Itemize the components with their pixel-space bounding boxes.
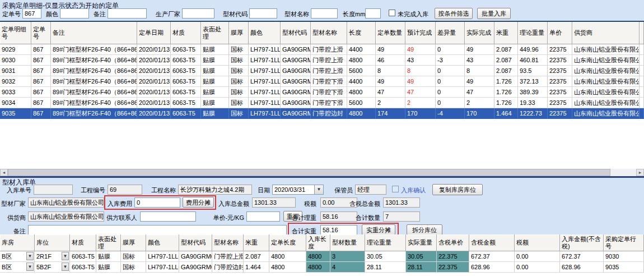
column-header[interactable]: 米重 [494,22,518,44]
column-header[interactable]: 定单明细号 [0,22,31,44]
table-cell[interactable]: 49 [405,76,436,87]
table-cell[interactable]: GA90GRM04 [281,87,311,98]
column-header[interactable]: 米重 [244,234,269,251]
table-cell[interactable] [640,98,644,108]
unfinished-checkbox[interactable] [389,10,395,16]
table-cell[interactable]: 170 [405,108,436,119]
column-header[interactable]: 理论重量 [518,22,548,44]
column-header[interactable]: 供货商 [572,22,640,44]
theory-weight-field[interactable]: 58.16 [320,211,357,222]
chevron-down-icon[interactable]: ▼ [62,252,69,260]
table-cell[interactable]: 门带腔下滑 [311,98,347,108]
table-cell[interactable]: 山东南山铝业股份有限公司 [572,98,640,108]
table-cell[interactable]: 1.464 [494,108,518,119]
column-header[interactable]: 定单日期 [137,22,171,44]
table-cell[interactable]: 4400 [347,76,376,87]
table-cell[interactable]: 372.13 [518,76,548,87]
actual-weight-input[interactable]: 58.16 [320,225,357,235]
table-cell[interactable]: 389.39 [518,87,548,98]
table-cell[interactable] [640,76,644,87]
table-cell[interactable]: GA90GRM05 [179,262,212,273]
table-cell[interactable]: 贴膜 [96,251,121,262]
table-cell[interactable]: -4 [436,108,465,119]
table-cell[interactable]: LH797-1LL0 [146,262,179,273]
table-cell[interactable]: 门带腔边封 [311,108,347,119]
fee-allocate-button[interactable]: 费用分摊 [183,197,214,208]
table-cell[interactable]: 1.726 [494,98,518,108]
table-cell[interactable]: 山东南山铝业股份有限公司 [572,87,640,98]
factory-field[interactable]: 山东南山铝业股份有限公司 [28,197,104,208]
table-cell[interactable]: LH797-1LL0 [249,98,281,108]
length-filter-input[interactable] [365,8,381,19]
table-cell[interactable]: 1.464 [244,262,269,273]
column-header[interactable]: 膜厚 [121,234,146,251]
calendar-dropdown-icon[interactable]: ▼ [314,185,323,194]
table-cell[interactable]: 国标 [229,87,249,98]
table-cell[interactable]: GA90GRM04 [281,98,311,108]
table-cell[interactable]: 门带腔边封 [212,262,244,273]
column-header[interactable]: 长度 [347,22,376,44]
table-cell[interactable]: 国标 [229,44,249,55]
column-header[interactable]: 型材代码 [281,22,311,44]
chevron-down-icon[interactable]: ▼ [26,252,34,260]
table-cell[interactable]: 30.05 [365,251,406,262]
table-cell[interactable]: 867 [31,76,51,87]
column-header[interactable]: 定单号 [31,22,51,44]
table-cell[interactable]: 22375 [548,108,572,119]
column-header[interactable]: 库房 [0,234,35,251]
table-cell[interactable]: 47 [376,87,405,98]
table-cell[interactable]: 门带腔下滑 [311,87,347,98]
table-cell[interactable]: 43 [405,55,436,66]
tax-total-field[interactable]: 1301.33 [383,197,420,208]
table-cell[interactable]: 89#门框型材F26-F40（866+867） [51,76,137,87]
column-header[interactable]: 颜色 [249,22,281,44]
table-cell[interactable]: LH797-1LL0 [249,44,281,55]
table-cell[interactable]: LH797-1LL0 [249,87,281,98]
table-cell[interactable]: 4800 [347,87,376,98]
column-header[interactable]: 税额 [515,234,560,251]
remark-filter-input[interactable] [108,8,147,19]
table-cell[interactable]: 8 [465,66,494,76]
column-header[interactable]: 材质 [171,22,201,44]
column-header[interactable]: 差异量 [436,22,465,44]
table-cell[interactable] [640,108,644,119]
table-cell[interactable]: 6063-T5 [171,87,201,98]
profile-code-filter-input[interactable] [249,8,277,19]
table-cell[interactable]: 449.96 [518,44,548,55]
table-cell[interactable]: 47 [405,87,436,98]
column-header[interactable]: 理论重量 [365,234,406,251]
table-cell[interactable]: 山东南山铝业股份有限公司 [572,66,640,76]
table-cell[interactable]: 贴膜 [201,87,229,98]
table-cell[interactable]: 46 [376,55,405,66]
table-cell[interactable]: 9033 [0,87,31,98]
table-cell[interactable]: GA90GRM04 [281,76,311,87]
table-cell[interactable]: 国标 [229,98,249,108]
table-cell[interactable]: 867 [31,44,51,55]
table-cell[interactable]: 4800 [347,108,376,119]
table-cell[interactable]: 4 [330,262,365,273]
table-cell[interactable]: 9030 [604,251,644,262]
unit-price-input[interactable] [246,211,280,222]
table-cell[interactable]: 国标 [229,55,249,66]
table-cell[interactable]: LH797-1LL0 [146,251,179,262]
table-cell[interactable]: 2.087 [494,66,518,76]
table-cell[interactable]: 1222.73 [518,108,548,119]
table-cell[interactable]: 国标 [229,76,249,87]
table-cell[interactable]: 49 [465,76,494,87]
column-header[interactable]: 膜厚 [229,22,249,44]
table-cell[interactable]: 30.05 [406,251,437,262]
table-cell[interactable]: 22375 [548,98,572,108]
table-cell[interactable]: 4800 [306,251,330,262]
scroll-right-arrow-icon[interactable]: ► [636,169,644,176]
table-cell[interactable]: 门带腔下滑 [311,76,347,87]
chevron-down-icon[interactable]: ▼ [26,263,34,271]
table-cell[interactable]: 460.81 [518,55,548,66]
column-header[interactable]: 型材名称 [311,22,347,44]
table-cell[interactable]: 9035 [0,108,31,119]
table-cell[interactable]: 门带腔上滑 [311,44,347,55]
table-cell[interactable]: 43 [465,55,494,66]
table-cell[interactable]: 89#门框型材F26-F40（866+867） [51,55,137,66]
date-field[interactable]: 2020/03/31 ▼ [272,185,324,195]
table-cell[interactable]: 672.37 [560,251,604,262]
table-cell[interactable]: 5B2F▼ [35,262,70,273]
